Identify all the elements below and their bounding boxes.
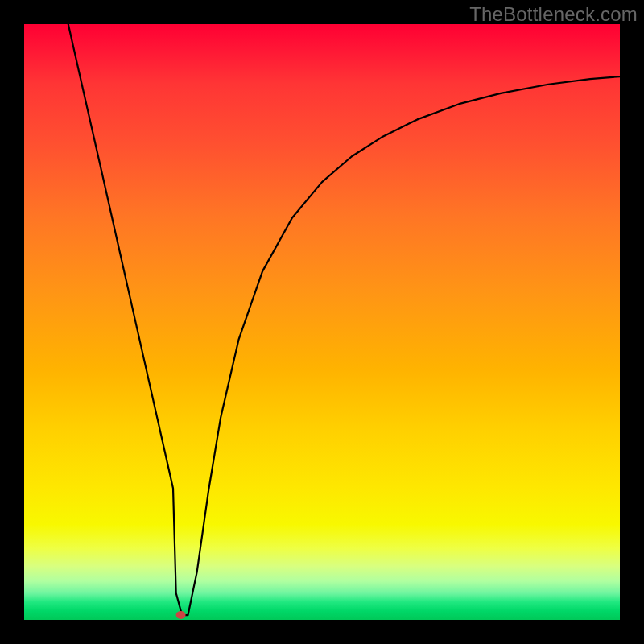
- background-gradient: [24, 24, 620, 620]
- watermark-text: TheBottleneck.com: [469, 3, 638, 26]
- chart-frame: TheBottleneck.com: [0, 0, 644, 644]
- plot-area: [24, 24, 620, 620]
